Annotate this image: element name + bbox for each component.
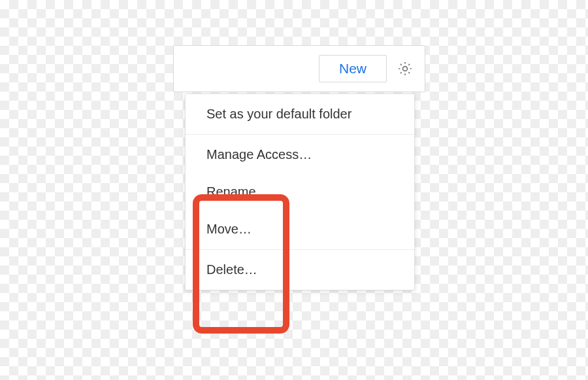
menu-item-delete[interactable]: Delete… — [186, 250, 414, 290]
menu-item-set-default[interactable]: Set as your default folder — [186, 94, 414, 134]
menu-item-manage-access[interactable]: Manage Access… — [186, 135, 414, 173]
toolbar: New — [174, 46, 425, 92]
gear-icon[interactable] — [396, 60, 414, 78]
settings-dropdown: Set as your default folder Manage Access… — [185, 94, 415, 290]
menu-item-move[interactable]: Move… — [186, 211, 414, 249]
new-button[interactable]: New — [319, 55, 387, 82]
menu-item-rename[interactable]: Rename… — [186, 173, 414, 211]
svg-point-0 — [403, 67, 408, 71]
toolbar-panel: New — [173, 45, 425, 92]
